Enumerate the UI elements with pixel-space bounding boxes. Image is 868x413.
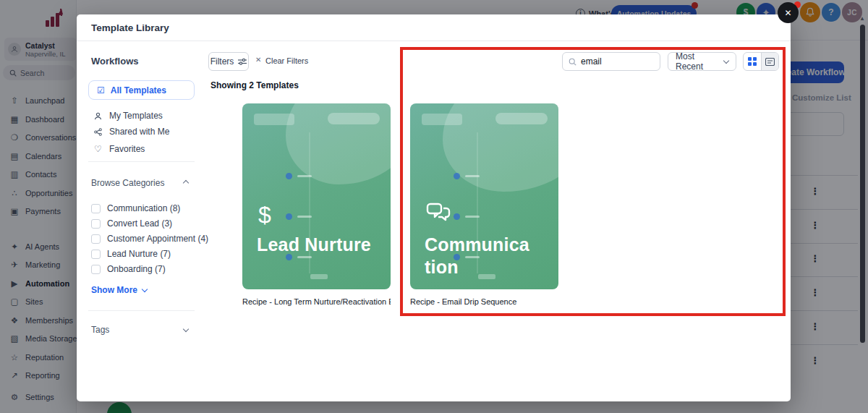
- category-convert-lead[interactable]: Convert Lead (3): [91, 218, 172, 229]
- template-card-communication[interactable]: Communication Recipe - Email Drip Sequen…: [410, 103, 558, 306]
- decor: [454, 173, 480, 179]
- chat-bubbles-icon: [426, 203, 451, 224]
- tags-label[interactable]: Tags: [91, 325, 109, 335]
- panel-divider: [88, 310, 195, 311]
- heart-icon: ♡: [94, 144, 103, 154]
- nav-label: Shared with Me: [109, 127, 169, 137]
- share-icon: [94, 128, 103, 136]
- decor: [286, 173, 312, 179]
- category-label: Lead Nurture (7): [107, 249, 171, 259]
- card-title: Communication: [425, 234, 535, 278]
- dollar-icon: $: [258, 203, 271, 227]
- category-communication[interactable]: Communication (8): [91, 203, 180, 214]
- view-toggle: [743, 52, 779, 71]
- show-more-link[interactable]: Show More: [91, 285, 147, 295]
- template-search-box[interactable]: [562, 52, 660, 71]
- filters-button[interactable]: Filters: [208, 52, 249, 71]
- checkbox[interactable]: [91, 265, 101, 274]
- template-card-lead-nurture[interactable]: $ Lead Nurture Recipe - Long Term Nurtur…: [242, 103, 391, 306]
- clear-filters-link[interactable]: Clear Filters: [265, 56, 308, 65]
- browse-categories-label[interactable]: Browse Categories: [91, 178, 164, 188]
- modal-title: Template Library: [91, 22, 169, 33]
- sort-dropdown[interactable]: Most Recent: [668, 52, 736, 71]
- card-caption[interactable]: Recipe - Email Drip Sequence: [410, 297, 558, 306]
- decor: [454, 213, 480, 220]
- checkbox[interactable]: [91, 219, 101, 229]
- chevron-down-icon: [723, 57, 729, 63]
- checkbox-checked-icon: ☑: [97, 85, 105, 95]
- list-view-icon: [765, 58, 775, 66]
- nav-label: My Templates: [109, 111, 163, 121]
- nav-label: Favorites: [109, 144, 145, 154]
- panel-divider: [88, 161, 195, 162]
- screen: i What's New Automation Updates $ ✦ ? JC: [0, 0, 868, 413]
- modal-close-button[interactable]: ✕: [778, 2, 799, 23]
- nav-label: All Templates: [111, 85, 166, 95]
- workflows-heading: Workflows: [91, 56, 139, 67]
- category-label: Convert Lead (3): [107, 218, 172, 229]
- clear-x-icon[interactable]: ✕: [255, 56, 261, 64]
- chevron-up-icon[interactable]: [183, 180, 189, 186]
- checkbox[interactable]: [91, 204, 101, 213]
- nav-all-templates[interactable]: ☑ All Templates: [88, 80, 195, 100]
- category-customer-appointment[interactable]: Customer Appointment (4): [91, 233, 208, 244]
- category-onboarding[interactable]: Onboarding (7): [91, 263, 166, 275]
- nav-favorites[interactable]: ♡ Favorites: [94, 142, 145, 156]
- decor: [310, 274, 328, 279]
- nav-my-templates[interactable]: My Templates: [94, 108, 163, 123]
- search-icon: [569, 58, 576, 66]
- category-label: Customer Appointment (4): [107, 234, 208, 244]
- card-caption[interactable]: Recipe - Long Term Nurture/Reactivation …: [242, 297, 391, 306]
- checkbox[interactable]: [91, 250, 101, 259]
- filters-label: Filters: [210, 56, 234, 67]
- sort-value: Most Recent: [676, 51, 724, 72]
- nav-shared-with-me[interactable]: Shared with Me: [94, 124, 169, 139]
- checkbox[interactable]: [91, 234, 101, 244]
- category-label: Onboarding (7): [107, 264, 166, 274]
- category-lead-nurture[interactable]: Lead Nurture (7): [91, 248, 171, 260]
- chevron-down-icon[interactable]: [183, 326, 189, 332]
- template-search-input[interactable]: [581, 56, 653, 67]
- decor: [286, 213, 312, 220]
- chevron-down-icon: [142, 286, 148, 291]
- show-more-label: Show More: [91, 285, 137, 295]
- grid-view-button[interactable]: [744, 53, 761, 70]
- sliders-icon: [238, 58, 247, 65]
- list-view-button[interactable]: [761, 53, 778, 70]
- person-icon: [94, 112, 103, 120]
- category-label: Communication (8): [107, 203, 180, 213]
- results-count: Showing 2 Templates: [210, 80, 299, 90]
- grid-view-icon: [748, 57, 757, 66]
- header-divider: [77, 41, 791, 41]
- template-library-modal: Template Library Workflows ☑ All Templat…: [77, 14, 791, 401]
- card-title: Lead Nurture: [257, 234, 371, 256]
- template-card-cover[interactable]: Communication: [410, 103, 558, 289]
- template-card-cover[interactable]: $ Lead Nurture: [242, 103, 391, 289]
